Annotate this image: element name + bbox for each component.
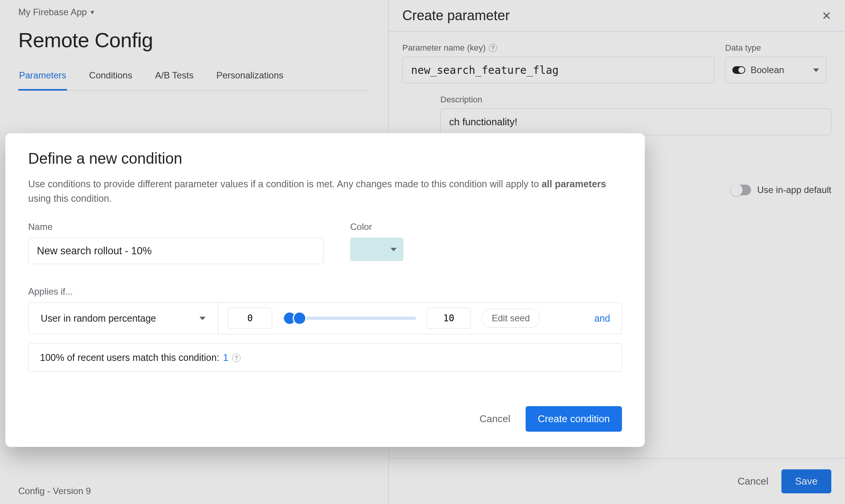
create-condition-button[interactable]: Create condition [526,406,622,432]
modal-cancel-button[interactable]: Cancel [480,413,510,425]
percentage-slider[interactable] [283,308,416,329]
match-summary: 100% of recent users match this conditio… [28,343,622,372]
help-icon[interactable]: ? [232,354,241,362]
range-low-input[interactable] [228,308,272,329]
rule-type-value: User in random percentage [41,313,156,324]
range-high-input[interactable] [427,308,471,329]
modal-title: Define a new condition [28,150,622,167]
condition-rule-row: User in random percentage Edit seed and [28,302,622,334]
applies-if-label: Applies if... [28,286,622,297]
chevron-down-icon [199,317,206,320]
define-condition-modal: Define a new condition Use conditions to… [5,133,645,447]
condition-name-label: Name [28,222,324,232]
match-count: 1 [223,352,228,363]
edit-seed-button[interactable]: Edit seed [481,309,540,328]
condition-color-label: Color [350,222,403,232]
condition-name-input[interactable] [28,238,324,264]
color-select[interactable] [350,238,403,261]
slider-handle-high[interactable] [294,313,305,324]
add-and-clause[interactable]: and [594,313,610,324]
modal-subtitle: Use conditions to provide different para… [28,177,607,206]
chevron-down-icon [391,248,397,251]
rule-type-select[interactable]: User in random percentage [29,303,218,334]
